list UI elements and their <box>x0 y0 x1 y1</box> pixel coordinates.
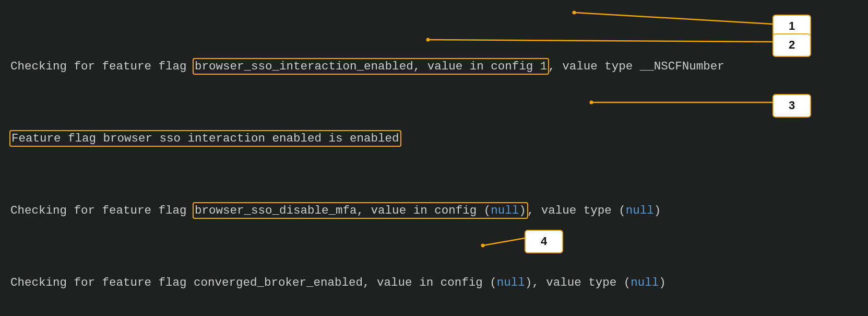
log-line: Checking for feature flag converged_brok… <box>10 274 786 292</box>
log-null: null <box>626 204 654 217</box>
highlight-1-box: browser_sso_interaction_enabled, value i… <box>193 58 549 75</box>
highlight-2-box: Feature flag browser sso interaction ena… <box>9 130 401 147</box>
log-line: Checking for feature flag browser_sso_in… <box>10 57 786 76</box>
log-viewer: Checking for feature flag browser_sso_in… <box>0 0 868 316</box>
log-text: Feature flag browser sso interaction ena… <box>11 132 399 145</box>
log-text: ) <box>659 276 666 289</box>
highlight-2b-box: browser_sso_disable_mfa, value in config… <box>193 202 528 219</box>
log-null: null <box>491 204 519 217</box>
log-null: null <box>497 276 525 289</box>
log-text: ) <box>519 204 526 217</box>
callout-4: 4 <box>525 230 563 253</box>
log-text: browser_sso_disable_mfa, value in config… <box>195 204 491 217</box>
log-text: Checking for feature flag <box>10 60 194 73</box>
log-number: 1 <box>540 60 548 73</box>
log-line: Checking for feature flag browser_sso_di… <box>10 202 786 220</box>
log-text: browser_sso_interaction_enabled, value i… <box>195 60 540 73</box>
log-text: ), value type ( <box>525 276 631 289</box>
log-line: Feature flag browser sso interaction ena… <box>10 130 786 148</box>
log-content: Checking for feature flag browser_sso_in… <box>10 3 786 316</box>
callout-2: 2 <box>772 33 811 57</box>
log-text: Checking for feature flag converged_brok… <box>10 276 497 289</box>
log-text: , value type ( <box>527 204 626 217</box>
log-text: ) <box>654 204 661 217</box>
log-text: Checking for feature flag <box>10 204 194 217</box>
callout-3: 3 <box>772 94 811 118</box>
log-null: null <box>631 276 659 289</box>
log-text: , value type __NSCFNumber <box>548 60 724 73</box>
